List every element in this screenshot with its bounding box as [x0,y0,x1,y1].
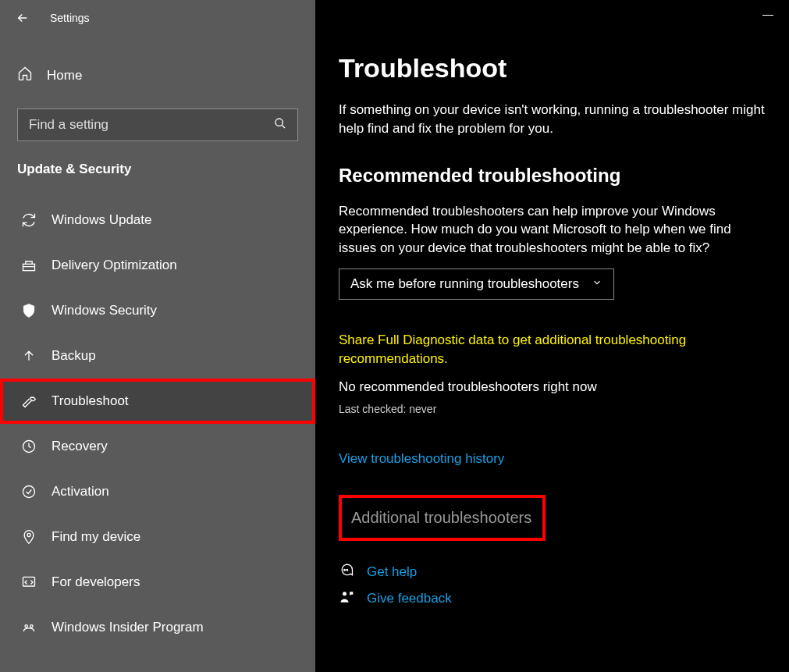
svg-point-8 [344,569,346,571]
home-nav[interactable]: Home [0,58,315,93]
svg-point-0 [275,119,283,126]
sidebar: Settings Home Update & Security Windows … [0,0,315,672]
give-feedback-link[interactable]: Give feedback [367,591,452,606]
sidebar-item-troubleshoot[interactable]: Troubleshoot [0,379,315,424]
section-recommended-desc: Recommended troubleshooters can help imp… [339,202,766,258]
share-diagnostic-link[interactable]: Share Full Diagnostic data to get additi… [339,331,766,368]
sync-icon [20,212,37,229]
additional-troubleshooters-link[interactable]: Additional troubleshooters [339,495,546,541]
category-label: Update & Security [17,162,298,177]
location-icon [20,528,37,546]
svg-point-9 [347,569,348,571]
search-icon [274,117,286,133]
sidebar-item-label: Troubleshoot [52,393,129,409]
sidebar-item-label: For developers [52,574,140,590]
minimize-button[interactable]: — [762,8,773,20]
page-intro: If something on your device isn't workin… [339,101,766,138]
code-icon [20,574,37,591]
sidebar-item-activation[interactable]: Activation [0,469,315,514]
sidebar-item-label: Windows Insider Program [52,620,204,635]
svg-rect-1 [23,264,35,270]
sidebar-item-label: Find my device [52,529,140,545]
search-input[interactable] [29,117,274,133]
main-content: — Troubleshoot If something on your devi… [315,0,789,672]
svg-point-3 [23,486,35,498]
last-checked-text: Last checked: never [339,403,766,415]
svg-point-4 [27,533,30,536]
titlebar: Settings [0,0,315,33]
chevron-down-icon [592,276,602,292]
sidebar-item-windows-update[interactable]: Windows Update [0,197,315,243]
check-circle-icon [20,483,37,500]
svg-point-6 [25,625,27,628]
sidebar-item-label: Backup [52,348,96,364]
sidebar-item-insider-program[interactable]: Windows Insider Program [0,605,315,650]
svg-point-10 [343,592,347,596]
svg-rect-5 [23,577,35,586]
sidebar-item-for-developers[interactable]: For developers [0,560,315,605]
wrench-icon [20,393,37,410]
get-help-link[interactable]: Get help [367,564,417,580]
sidebar-item-label: Windows Security [52,303,157,318]
sidebar-item-label: Activation [52,484,109,500]
back-arrow-icon[interactable] [16,11,30,25]
sidebar-item-windows-security[interactable]: Windows Security [0,288,315,333]
shield-icon [20,302,37,319]
search-input-wrap[interactable] [17,108,298,141]
sidebar-item-recovery[interactable]: Recovery [0,424,315,469]
sidebar-item-label: Windows Update [52,212,152,228]
nav-list: Windows Update Delivery Optimization Win… [0,197,315,650]
troubleshoot-mode-dropdown[interactable]: Ask me before running troubleshooters [339,268,614,300]
backup-icon [20,347,37,364]
feedback-icon [339,589,354,608]
sidebar-item-find-my-device[interactable]: Find my device [0,514,315,560]
get-help-row[interactable]: Get help [339,563,766,581]
app-title: Settings [50,12,90,24]
sidebar-item-label: Recovery [52,439,108,454]
no-recommended-text: No recommended troubleshooters right now [339,379,766,395]
view-history-link[interactable]: View troubleshooting history [339,451,766,467]
sidebar-item-backup[interactable]: Backup [0,333,315,379]
recovery-icon [20,438,37,455]
home-label: Home [47,68,82,84]
insider-icon [20,619,37,636]
delivery-icon [20,257,37,274]
dropdown-value: Ask me before running troubleshooters [350,276,579,292]
give-feedback-row[interactable]: Give feedback [339,589,766,608]
sidebar-item-delivery-optimization[interactable]: Delivery Optimization [0,243,315,288]
svg-point-7 [30,625,33,628]
help-chat-icon [339,563,354,581]
section-recommended-heading: Recommended troubleshooting [339,165,766,187]
page-title: Troubleshoot [339,53,766,84]
help-section: Get help Give feedback [339,563,766,608]
home-icon [17,66,33,85]
sidebar-item-label: Delivery Optimization [52,258,177,273]
